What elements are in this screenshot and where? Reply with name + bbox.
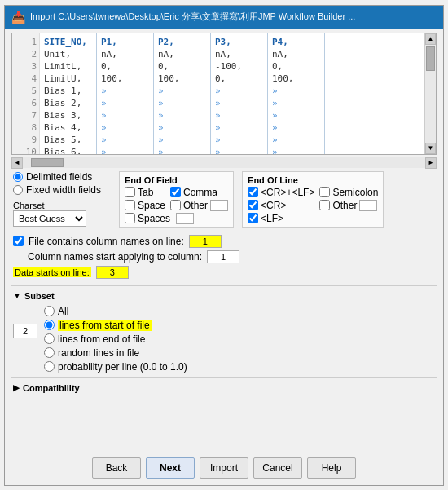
delimited-label: Delimited fields — [26, 171, 92, 183]
subset-right: All lines from start of file lines from … — [44, 306, 187, 373]
comma-checkbox[interactable] — [170, 187, 181, 197]
other-eol-label: Other — [332, 200, 357, 211]
dialog: 📥 Import C:\Users\twnewa\Desktop\Eric 分享… — [4, 5, 444, 486]
col-p1: P1, nA, 0, 100, » » » » » » — [97, 33, 154, 154]
subset-left: 2 — [13, 306, 37, 373]
spaces-checkbox[interactable] — [125, 213, 135, 223]
button-row: Back Next Import Cancel Help — [5, 452, 443, 485]
lf-checkbox-item[interactable]: <LF> — [248, 213, 314, 224]
lf-checkbox[interactable] — [248, 213, 258, 223]
random-radio[interactable] — [44, 347, 55, 358]
semicolon-checkbox[interactable] — [319, 187, 330, 197]
col-site: SITE_NO, Unit, LimitL, LimitU, Bias 1, B… — [40, 33, 97, 154]
end-of-field-group: End Of Field Tab Comma Space Other — [119, 171, 234, 228]
delimited-radio-row[interactable]: Delimited fields — [13, 171, 111, 183]
fixed-label: Fixed width fields — [26, 184, 101, 196]
subset-title: Subset — [24, 291, 55, 301]
end-of-line-title: End Of Line — [248, 175, 378, 185]
charset-label: Charset — [13, 201, 111, 210]
spaces-input[interactable] — [176, 213, 194, 224]
help-button[interactable]: Help — [307, 457, 356, 479]
cr-lf-checkbox-item[interactable]: <CR>+<LF> — [248, 187, 314, 198]
tab-checkbox[interactable] — [125, 187, 135, 197]
line-numbers: 12345678910 — [12, 33, 40, 154]
scroll-thumb-v[interactable] — [426, 46, 435, 71]
probability-label: probability per line (0.0 to 1.0) — [58, 361, 187, 373]
all-radio-row[interactable]: All — [44, 306, 187, 317]
col-p4: P4, nA, 0, 100, » » » » » » — [268, 33, 325, 154]
other-eol-checkbox[interactable] — [319, 200, 330, 210]
col-names-checkbox[interactable] — [13, 236, 24, 246]
data-starts-input[interactable] — [96, 266, 129, 279]
col-names-input[interactable] — [189, 235, 222, 248]
probability-radio[interactable] — [44, 361, 55, 372]
fixed-radio[interactable] — [13, 185, 23, 195]
compatibility-triangle-icon: ▶ — [13, 383, 20, 392]
app-icon: 📥 — [11, 11, 25, 24]
divider-2 — [11, 377, 437, 378]
space-label: Space — [138, 200, 165, 211]
subset-header[interactable]: ▼ Subset — [13, 291, 435, 301]
lines-start-radio[interactable] — [44, 320, 55, 330]
space-checkbox[interactable] — [125, 200, 135, 210]
spaces-checkbox-item[interactable]: Spaces — [125, 213, 228, 224]
charset-select[interactable]: Best Guess UTF-8 ASCII — [13, 210, 86, 227]
back-button[interactable]: Back — [92, 457, 141, 479]
scroll-left-btn[interactable]: ◄ — [11, 157, 23, 169]
lines-end-radio[interactable] — [44, 333, 55, 344]
divider-1 — [11, 285, 437, 286]
cr-label: <CR> — [261, 200, 286, 211]
delimited-radio[interactable] — [13, 172, 23, 182]
cr-checkbox[interactable] — [248, 200, 258, 210]
fixed-radio-row[interactable]: Fixed width fields — [13, 184, 111, 196]
all-radio[interactable] — [44, 306, 55, 316]
other-eol-checkbox-item[interactable]: Other — [319, 200, 378, 211]
cr-lf-checkbox[interactable] — [248, 187, 258, 197]
import-button[interactable]: Import — [200, 457, 248, 479]
end-of-field-title: End Of Field — [125, 175, 228, 185]
semicolon-checkbox-item[interactable]: Semicolon — [319, 187, 378, 198]
end-of-line-grid: <CR>+<LF> Semicolon <CR> Other <L — [248, 187, 378, 224]
compatibility-title: Compatibility — [23, 383, 80, 393]
other-eof-input[interactable] — [210, 200, 228, 211]
col-p3: P3, nA, -100, 0, » » » » » » — [211, 33, 268, 154]
col-start-input[interactable] — [207, 250, 239, 263]
random-label: random lines in file — [58, 347, 139, 359]
cr-checkbox-item[interactable]: <CR> — [248, 200, 314, 211]
tab-checkbox-item[interactable]: Tab — [125, 187, 165, 198]
spaces-label: Spaces — [138, 213, 170, 224]
random-radio-row[interactable]: random lines in file — [44, 347, 187, 359]
cancel-button[interactable]: Cancel — [253, 457, 302, 479]
comma-checkbox-item[interactable]: Comma — [170, 187, 228, 198]
other-eol-input[interactable] — [359, 200, 377, 211]
space-checkbox-item[interactable]: Space — [125, 200, 165, 211]
other-eof-label: Other — [183, 200, 208, 211]
subset-count-input[interactable]: 2 — [13, 324, 37, 338]
scroll-track-h — [23, 157, 425, 168]
title-text: Import C:\Users\twnewa\Desktop\Eric 分享\文… — [30, 11, 437, 23]
lines-end-radio-row[interactable]: lines from end of file — [44, 333, 187, 345]
charset-group: Charset Best Guess UTF-8 ASCII — [13, 201, 111, 227]
next-button[interactable]: Next — [146, 457, 195, 479]
all-label: All — [58, 306, 68, 317]
lines-start-radio-row[interactable]: lines from start of file — [44, 320, 187, 331]
lines-end-label: lines from end of file — [58, 333, 145, 345]
scroll-thumb-h[interactable] — [31, 158, 64, 167]
lf-label: <LF> — [261, 213, 283, 224]
horizontal-scrollbar[interactable]: ◄ ► — [11, 157, 437, 168]
col-names-row: File contains column names on line: — [13, 235, 435, 248]
probability-radio-row[interactable]: probability per line (0.0 to 1.0) — [44, 361, 187, 373]
scroll-track-v — [425, 45, 436, 143]
compatibility-header[interactable]: ▶ Compatibility — [13, 383, 435, 393]
scroll-down-btn[interactable]: ▼ — [425, 143, 436, 154]
other-eof-checkbox-item[interactable]: Other — [170, 200, 228, 211]
scroll-right-btn[interactable]: ► — [425, 157, 437, 169]
data-starts-label: Data starts on line: — [13, 267, 91, 277]
end-of-line-group: End Of Line <CR>+<LF> Semicolon <CR> Oth… — [242, 171, 384, 228]
title-bar: 📥 Import C:\Users\twnewa\Desktop\Eric 分享… — [5, 6, 443, 29]
scroll-up-btn[interactable]: ▲ — [425, 33, 436, 45]
subset-area: 2 All lines from start of file lines fro… — [5, 304, 443, 376]
tab-label: Tab — [138, 187, 153, 198]
vertical-scrollbar[interactable]: ▲ ▼ — [424, 33, 436, 154]
other-eof-checkbox[interactable] — [170, 200, 181, 210]
